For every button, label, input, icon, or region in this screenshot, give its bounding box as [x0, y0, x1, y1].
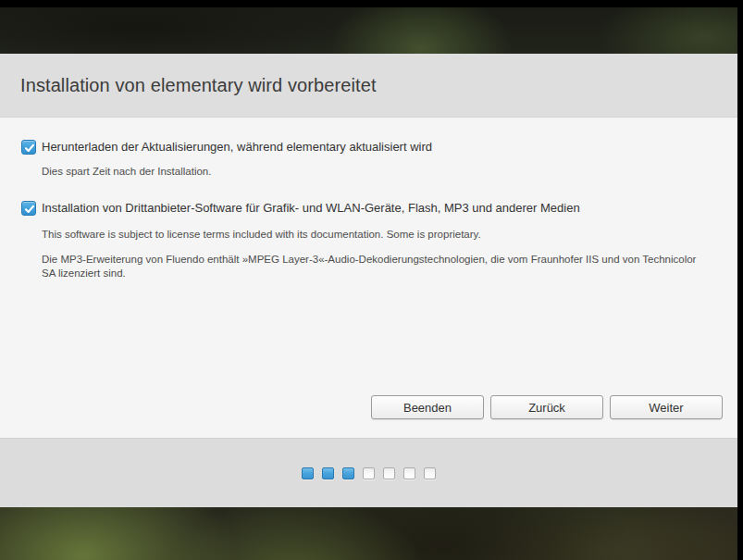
option-download-updates[interactable]: Herunterladen der Aktualisierungen, währ…	[21, 140, 700, 155]
progress-step-pending	[363, 467, 375, 479]
third-party-checkbox[interactable]	[21, 201, 36, 216]
window-footer	[0, 438, 737, 507]
progress-step-pending	[383, 467, 395, 479]
checkmark-icon	[23, 203, 36, 216]
checkmark-icon	[23, 142, 36, 155]
quit-button[interactable]: Beenden	[371, 395, 484, 419]
window-content: Herunterladen der Aktualisierungen, währ…	[0, 118, 737, 438]
page-title: Installation von elementary wird vorbere…	[20, 75, 377, 96]
third-party-mp3-note: Die MP3-Erweiterung von Fluendo enthält …	[42, 253, 700, 280]
action-button-row: Beenden Zurück Weiter	[371, 395, 723, 419]
third-party-label[interactable]: Installation von Drittanbieter-Software …	[42, 201, 580, 216]
installer-window: Installation von elementary wird vorbere…	[0, 54, 737, 507]
screen-edge-right	[737, 0, 743, 560]
progress-steps	[302, 467, 436, 479]
third-party-license-note: This software is subject to license term…	[42, 228, 700, 242]
download-updates-description: Dies spart Zeit nach der Installation.	[42, 165, 700, 179]
screen: Installation von elementary wird vorbere…	[0, 0, 743, 560]
progress-step-completed	[322, 467, 334, 479]
back-button[interactable]: Zurück	[490, 395, 603, 419]
window-header: Installation von elementary wird vorbere…	[0, 54, 737, 118]
progress-step-pending	[403, 467, 415, 479]
progress-step-completed	[302, 467, 314, 479]
download-updates-checkbox[interactable]	[21, 140, 36, 155]
download-updates-label[interactable]: Herunterladen der Aktualisierungen, währ…	[42, 140, 432, 155]
progress-step-completed	[342, 467, 354, 479]
screen-edge-top	[0, 0, 743, 7]
progress-step-pending	[424, 467, 436, 479]
option-third-party[interactable]: Installation von Drittanbieter-Software …	[21, 201, 700, 216]
next-button[interactable]: Weiter	[610, 395, 723, 419]
